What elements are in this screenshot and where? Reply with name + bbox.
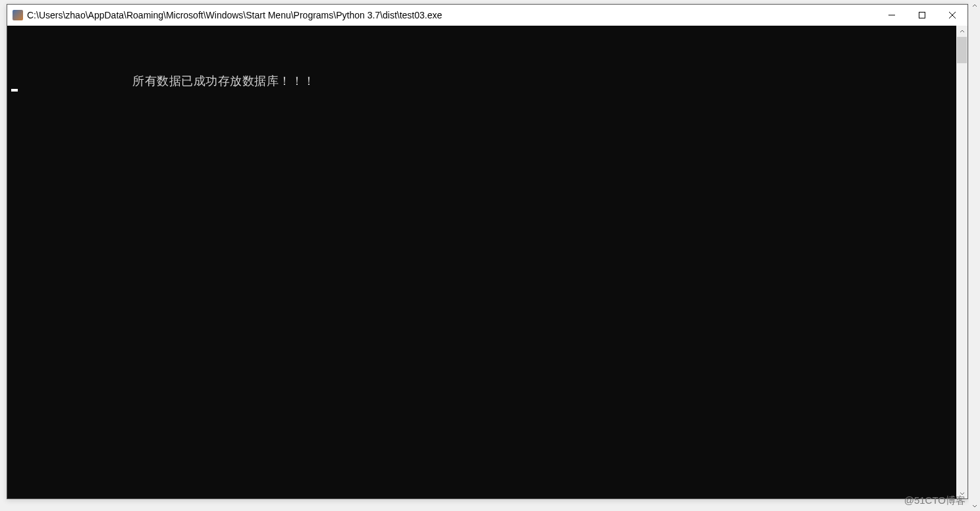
console-body: 所有数据已成功存放数据库！！！ <box>7 26 967 498</box>
scroll-thumb[interactable] <box>957 37 967 63</box>
svg-rect-1 <box>919 13 925 18</box>
titlebar[interactable]: C:\Users\zhao\AppData\Roaming\Microsoft\… <box>7 5 967 26</box>
console-message: 所有数据已成功存放数据库！！！ <box>11 72 952 90</box>
window-controls <box>877 5 967 26</box>
text-cursor <box>11 89 18 92</box>
outer-scroll-up-button[interactable] <box>969 0 980 11</box>
chevron-up-icon <box>972 3 977 9</box>
minimize-button[interactable] <box>877 5 907 26</box>
maximize-button[interactable] <box>907 5 937 26</box>
outer-scroll-track[interactable] <box>969 11 980 500</box>
maximize-icon <box>919 12 925 18</box>
chevron-down-icon <box>960 491 965 496</box>
app-icon <box>13 10 23 20</box>
close-icon <box>949 12 956 18</box>
chevron-down-icon <box>972 503 977 508</box>
outer-scroll-down-button[interactable] <box>969 500 980 511</box>
console-scrollbar[interactable] <box>956 26 967 498</box>
chevron-up-icon <box>960 29 965 34</box>
window-title: C:\Users\zhao\AppData\Roaming\Microsoft\… <box>27 10 877 20</box>
close-button[interactable] <box>937 5 967 26</box>
console-output[interactable]: 所有数据已成功存放数据库！！！ <box>7 26 956 498</box>
outer-container: C:\Users\zhao\AppData\Roaming\Microsoft\… <box>0 0 980 511</box>
scroll-down-button[interactable] <box>956 487 967 498</box>
console-window: C:\Users\zhao\AppData\Roaming\Microsoft\… <box>7 4 968 499</box>
minimize-icon <box>888 12 895 18</box>
scroll-up-button[interactable] <box>956 26 967 37</box>
scroll-track[interactable] <box>956 37 967 487</box>
outer-scrollbar[interactable] <box>969 0 980 511</box>
